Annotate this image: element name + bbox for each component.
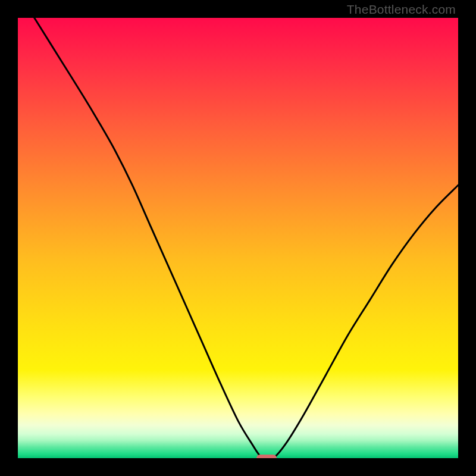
watermark-text: TheBottleneck.com <box>347 2 456 17</box>
chart-frame: TheBottleneck.com <box>0 0 476 476</box>
bottleneck-curve <box>18 18 458 458</box>
optimal-marker <box>256 455 276 458</box>
plot-area <box>18 18 458 458</box>
